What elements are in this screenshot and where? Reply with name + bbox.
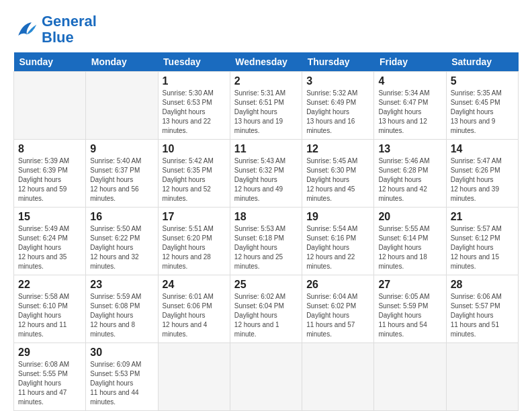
header-wednesday: Wednesday — [230, 52, 302, 72]
calendar-cell — [302, 343, 374, 411]
day-number: 16 — [90, 211, 153, 223]
calendar-cell: 9Sunrise: 5:40 AMSunset: 6:37 PMDaylight… — [86, 140, 158, 208]
calendar-cell: 21Sunrise: 5:57 AMSunset: 6:12 PMDayligh… — [446, 208, 518, 275]
day-number: 10 — [163, 143, 226, 155]
day-info: Sunrise: 6:04 AMSunset: 6:02 PMDaylight … — [306, 292, 369, 339]
day-info: Sunrise: 5:35 AMSunset: 6:45 PMDaylight … — [451, 89, 514, 136]
day-info: Sunrise: 5:42 AMSunset: 6:35 PMDaylight … — [163, 156, 226, 203]
calendar-week-4: 22Sunrise: 5:58 AMSunset: 6:10 PMDayligh… — [14, 275, 519, 343]
calendar-table: SundayMondayTuesdayWednesdayThursdayFrid… — [13, 52, 519, 411]
day-info: Sunrise: 5:49 AMSunset: 6:24 PMDaylight … — [18, 224, 81, 271]
day-number: 18 — [234, 211, 298, 223]
calendar-week-1: 1Sunrise: 5:30 AMSunset: 6:53 PMDaylight… — [14, 72, 519, 140]
calendar-cell — [230, 343, 302, 411]
calendar-cell: 22Sunrise: 5:58 AMSunset: 6:10 PMDayligh… — [14, 275, 86, 343]
day-number: 26 — [306, 279, 369, 291]
day-info: Sunrise: 5:53 AMSunset: 6:18 PMDaylight … — [234, 224, 298, 271]
calendar-week-3: 15Sunrise: 5:49 AMSunset: 6:24 PMDayligh… — [14, 208, 519, 275]
header-sunday: Sunday — [14, 52, 86, 72]
day-number: 21 — [451, 211, 514, 223]
day-number: 1 — [163, 75, 226, 87]
header-monday: Monday — [86, 52, 158, 72]
day-info: Sunrise: 5:30 AMSunset: 6:53 PMDaylight … — [163, 89, 226, 136]
calendar-cell: 4Sunrise: 5:34 AMSunset: 6:47 PMDaylight… — [374, 72, 446, 140]
calendar-cell: 8Sunrise: 5:39 AMSunset: 6:39 PMDaylight… — [14, 140, 86, 208]
calendar-cell: 15Sunrise: 5:49 AMSunset: 6:24 PMDayligh… — [14, 208, 86, 275]
calendar-cell — [158, 343, 230, 411]
day-number: 4 — [378, 75, 441, 87]
day-number: 15 — [18, 211, 81, 223]
calendar-cell: 27Sunrise: 6:05 AMSunset: 5:59 PMDayligh… — [374, 275, 446, 343]
day-info: Sunrise: 6:06 AMSunset: 5:57 PMDaylight … — [451, 292, 514, 339]
day-info: Sunrise: 5:34 AMSunset: 6:47 PMDaylight … — [378, 89, 441, 136]
day-number: 14 — [451, 143, 514, 155]
day-info: Sunrise: 5:51 AMSunset: 6:20 PMDaylight … — [163, 224, 226, 271]
page-header: GeneralBlue — [13, 13, 519, 46]
day-number: 22 — [18, 279, 81, 291]
day-info: Sunrise: 6:05 AMSunset: 5:59 PMDaylight … — [378, 292, 441, 339]
calendar-cell: 25Sunrise: 6:02 AMSunset: 6:04 PMDayligh… — [230, 275, 302, 343]
calendar-cell: 26Sunrise: 6:04 AMSunset: 6:02 PMDayligh… — [302, 275, 374, 343]
day-info: Sunrise: 5:54 AMSunset: 6:16 PMDaylight … — [306, 224, 369, 271]
header-tuesday: Tuesday — [158, 52, 230, 72]
day-number: 19 — [306, 211, 369, 223]
day-info: Sunrise: 5:59 AMSunset: 6:08 PMDaylight … — [90, 292, 153, 339]
day-number: 2 — [234, 75, 298, 87]
calendar-cell: 23Sunrise: 5:59 AMSunset: 6:08 PMDayligh… — [86, 275, 158, 343]
day-info: Sunrise: 6:09 AMSunset: 5:53 PMDaylight … — [90, 360, 153, 407]
day-number: 17 — [163, 211, 226, 223]
header-thursday: Thursday — [302, 52, 374, 72]
logo-icon — [13, 17, 38, 42]
day-number: 8 — [18, 143, 81, 155]
day-info: Sunrise: 5:40 AMSunset: 6:37 PMDaylight … — [90, 156, 153, 203]
day-info: Sunrise: 5:31 AMSunset: 6:51 PMDaylight … — [234, 89, 298, 136]
day-number: 5 — [451, 75, 514, 87]
day-number: 12 — [306, 143, 369, 155]
day-info: Sunrise: 5:55 AMSunset: 6:14 PMDaylight … — [378, 224, 441, 271]
calendar-cell: 20Sunrise: 5:55 AMSunset: 6:14 PMDayligh… — [374, 208, 446, 275]
day-number: 28 — [451, 279, 514, 291]
calendar-cell: 18Sunrise: 5:53 AMSunset: 6:18 PMDayligh… — [230, 208, 302, 275]
calendar-cell: 5Sunrise: 5:35 AMSunset: 6:45 PMDaylight… — [446, 72, 518, 140]
calendar-cell — [374, 343, 446, 411]
calendar-cell: 13Sunrise: 5:46 AMSunset: 6:28 PMDayligh… — [374, 140, 446, 208]
day-info: Sunrise: 5:43 AMSunset: 6:32 PMDaylight … — [234, 156, 298, 203]
header-saturday: Saturday — [446, 52, 518, 72]
day-info: Sunrise: 5:50 AMSunset: 6:22 PMDaylight … — [90, 224, 153, 271]
calendar-cell: 19Sunrise: 5:54 AMSunset: 6:16 PMDayligh… — [302, 208, 374, 275]
calendar-cell: 17Sunrise: 5:51 AMSunset: 6:20 PMDayligh… — [158, 208, 230, 275]
day-number: 9 — [90, 143, 153, 155]
day-info: Sunrise: 6:01 AMSunset: 6:06 PMDaylight … — [163, 292, 226, 339]
header-friday: Friday — [374, 52, 446, 72]
calendar-cell: 12Sunrise: 5:45 AMSunset: 6:30 PMDayligh… — [302, 140, 374, 208]
calendar-cell: 28Sunrise: 6:06 AMSunset: 5:57 PMDayligh… — [446, 275, 518, 343]
calendar-cell: 11Sunrise: 5:43 AMSunset: 6:32 PMDayligh… — [230, 140, 302, 208]
day-info: Sunrise: 6:08 AMSunset: 5:55 PMDaylight … — [18, 360, 81, 407]
day-number: 24 — [163, 279, 226, 291]
calendar-cell: 1Sunrise: 5:30 AMSunset: 6:53 PMDaylight… — [158, 72, 230, 140]
day-number: 20 — [378, 211, 441, 223]
calendar-cell: 2Sunrise: 5:31 AMSunset: 6:51 PMDaylight… — [230, 72, 302, 140]
day-info: Sunrise: 6:02 AMSunset: 6:04 PMDaylight … — [234, 292, 298, 339]
day-info: Sunrise: 5:46 AMSunset: 6:28 PMDaylight … — [378, 156, 441, 203]
logo-text: GeneralBlue — [42, 13, 97, 46]
day-number: 23 — [90, 279, 153, 291]
calendar-header-row: SundayMondayTuesdayWednesdayThursdayFrid… — [14, 52, 519, 72]
day-number: 11 — [234, 143, 298, 155]
calendar-cell: 30Sunrise: 6:09 AMSunset: 5:53 PMDayligh… — [86, 343, 158, 411]
calendar-cell — [14, 72, 86, 140]
day-info: Sunrise: 5:39 AMSunset: 6:39 PMDaylight … — [18, 156, 81, 203]
calendar-cell — [86, 72, 158, 140]
day-number: 3 — [306, 75, 369, 87]
calendar-cell: 24Sunrise: 6:01 AMSunset: 6:06 PMDayligh… — [158, 275, 230, 343]
calendar-cell: 14Sunrise: 5:47 AMSunset: 6:26 PMDayligh… — [446, 140, 518, 208]
logo: GeneralBlue — [13, 13, 97, 46]
day-number: 30 — [90, 347, 153, 359]
calendar-week-5: 29Sunrise: 6:08 AMSunset: 5:55 PMDayligh… — [14, 343, 519, 411]
calendar-week-2: 8Sunrise: 5:39 AMSunset: 6:39 PMDaylight… — [14, 140, 519, 208]
day-info: Sunrise: 5:32 AMSunset: 6:49 PMDaylight … — [306, 89, 369, 136]
day-info: Sunrise: 5:45 AMSunset: 6:30 PMDaylight … — [306, 156, 369, 203]
day-number: 27 — [378, 279, 441, 291]
day-number: 13 — [378, 143, 441, 155]
day-info: Sunrise: 5:47 AMSunset: 6:26 PMDaylight … — [451, 156, 514, 203]
